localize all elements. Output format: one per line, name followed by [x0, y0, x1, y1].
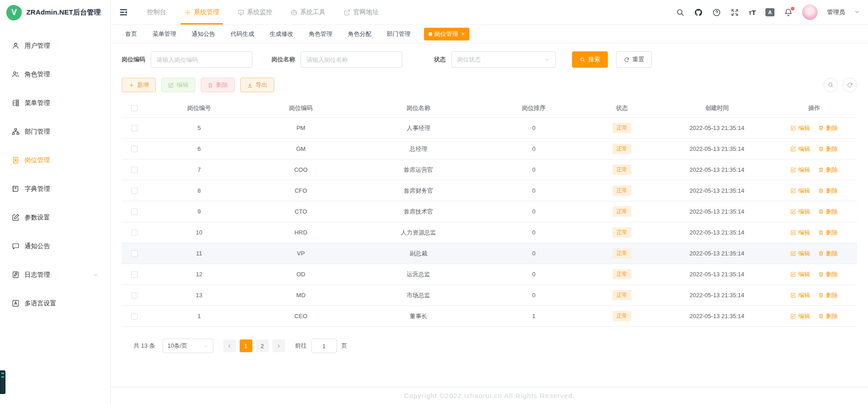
topnav-system-management[interactable]: 系统管理	[177, 0, 227, 25]
notification-bell-icon[interactable]	[784, 8, 793, 17]
row-edit-link[interactable]: 编辑	[790, 166, 810, 174]
search-button[interactable]: 搜索	[572, 51, 608, 68]
reset-button[interactable]: 重置	[616, 51, 652, 68]
view-tab[interactable]: 代码生成	[229, 28, 256, 40]
view-tab[interactable]: 岗位管理 ×	[424, 28, 469, 40]
next-page-button[interactable]	[272, 339, 285, 352]
row-edit-link[interactable]: 编辑	[790, 229, 810, 237]
user-name[interactable]: 管理员	[827, 8, 845, 16]
row-edit-link[interactable]: 编辑	[790, 291, 810, 299]
table-header-row: 岗位编号 岗位编码 岗位名称 岗位排序 状态 创建时间 操作	[122, 99, 857, 118]
add-button[interactable]: 新增	[122, 78, 156, 92]
row-checkbox[interactable]	[131, 167, 138, 173]
sidebar-item-dictionary[interactable]: 字典管理	[0, 175, 110, 203]
select-all-checkbox[interactable]	[131, 105, 138, 111]
row-checkbox[interactable]	[131, 292, 138, 299]
row-delete-link[interactable]: 删除	[818, 229, 838, 237]
avatar[interactable]	[802, 5, 818, 20]
row-checkbox[interactable]	[131, 250, 138, 257]
table-row[interactable]: 11 VP 副总裁 0 正常 2022-05-13 21:35:14 编辑	[122, 243, 857, 264]
table-row[interactable]: 1 CEO 董事长 1 正常 2022-05-13 21:35:14 编辑	[122, 306, 857, 327]
row-delete-link[interactable]: 删除	[818, 249, 838, 258]
side-widget[interactable]	[0, 370, 5, 394]
show-search-icon[interactable]	[824, 78, 838, 92]
row-edit-link[interactable]: 编辑	[790, 145, 810, 153]
sidebar-item-roles[interactable]: 角色管理	[0, 60, 110, 89]
row-delete-link[interactable]: 删除	[818, 124, 838, 132]
row-checkbox[interactable]	[131, 209, 138, 215]
cell-post-id: 9	[147, 208, 251, 215]
table-row[interactable]: 5 PM 人事经理 0 正常 2022-05-13 21:35:14 编辑	[122, 118, 857, 139]
row-checkbox[interactable]	[131, 229, 138, 236]
table-row[interactable]: 6 GM 总经理 0 正常 2022-05-13 21:35:14 编辑	[122, 139, 857, 160]
topnav-console[interactable]: 控制台	[140, 0, 173, 25]
page-number-button[interactable]: 2	[256, 339, 269, 352]
sidebar-item-logs[interactable]: 日志管理	[0, 260, 110, 289]
post-name-input[interactable]	[301, 51, 402, 68]
row-edit-link[interactable]: 编辑	[790, 249, 810, 258]
sidebar-item-notices[interactable]: 通知公告	[0, 232, 110, 260]
sidebar-item-menus[interactable]: 菜单管理	[0, 89, 110, 117]
goto-page-input[interactable]	[311, 339, 337, 353]
github-icon[interactable]	[694, 8, 703, 17]
row-edit-link[interactable]: 编辑	[790, 187, 810, 195]
row-delete-link[interactable]: 删除	[818, 291, 838, 299]
table-row[interactable]: 9 CTO 首席技术官 0 正常 2022-05-13 21:35:14 编辑	[122, 201, 857, 222]
row-checkbox[interactable]	[131, 188, 138, 194]
refresh-table-icon[interactable]	[843, 78, 857, 92]
row-checkbox[interactable]	[131, 313, 138, 319]
topnav-system-monitor[interactable]: 系统监控	[230, 0, 280, 25]
collapse-sidebar-icon[interactable]	[119, 8, 128, 17]
row-delete-link[interactable]: 删除	[818, 187, 838, 195]
search-icon[interactable]	[676, 8, 685, 17]
view-tab[interactable]: 角色管理	[307, 28, 334, 40]
delete-button[interactable]: 删除	[201, 78, 235, 92]
view-tab[interactable]: 角色分配	[346, 28, 373, 40]
sidebar-item-users[interactable]: 用户管理	[0, 31, 110, 60]
edit-button[interactable]: 编辑	[161, 78, 195, 92]
close-icon[interactable]: ×	[461, 31, 465, 37]
row-delete-link[interactable]: 删除	[818, 270, 838, 279]
fullscreen-icon[interactable]	[730, 8, 739, 17]
row-delete-link[interactable]: 删除	[818, 208, 838, 216]
table-row[interactable]: 7 COO 首席运营官 0 正常 2022-05-13 21:35:14 编辑	[122, 160, 857, 180]
table-row[interactable]: 13 MD 市场总监 0 正常 2022-05-13 21:35:14 编辑	[122, 285, 857, 306]
row-edit-link[interactable]: 编辑	[790, 270, 810, 279]
language-switch-icon[interactable]: A	[765, 8, 774, 16]
view-tab[interactable]: 首页	[123, 28, 139, 40]
page-number-button[interactable]: 1	[240, 339, 252, 352]
user-menu-chevron-icon[interactable]	[854, 8, 860, 16]
help-icon[interactable]	[712, 8, 721, 17]
sidebar-item-posts[interactable]: 岗位管理	[0, 146, 110, 175]
row-delete-label: 删除	[826, 291, 838, 299]
post-code-input[interactable]	[151, 51, 252, 68]
row-delete-link[interactable]: 删除	[818, 145, 838, 153]
page-size-select[interactable]: 10条/页	[163, 339, 213, 353]
view-tab[interactable]: 通知公告	[190, 28, 217, 40]
row-checkbox[interactable]	[131, 271, 138, 278]
sidebar-item-i18n[interactable]: 多语言设置	[0, 289, 110, 318]
status-select[interactable]: 岗位状态	[451, 51, 556, 68]
table-row[interactable]: 10 HRD 人力资源总监 0 正常 2022-05-13 21:35:14 编…	[122, 222, 857, 243]
export-button[interactable]: 导出	[240, 78, 274, 92]
row-edit-link[interactable]: 编辑	[790, 124, 810, 132]
row-checkbox[interactable]	[131, 125, 138, 131]
row-delete-link[interactable]: 删除	[818, 166, 838, 174]
cell-post-sort: 0	[486, 187, 581, 194]
prev-page-button[interactable]	[223, 339, 236, 352]
row-checkbox[interactable]	[131, 146, 138, 152]
table-row[interactable]: 8 CFO 首席财务官 0 正常 2022-05-13 21:35:14 编辑	[122, 180, 857, 201]
row-edit-link[interactable]: 编辑	[790, 208, 810, 216]
view-tab[interactable]: 生成修改	[268, 28, 295, 40]
font-size-icon[interactable]: TT	[749, 9, 756, 16]
sidebar-item-parameters[interactable]: 参数设置	[0, 203, 110, 232]
table-row[interactable]: 12 OD 运营总监 0 正常 2022-05-13 21:35:14 编辑	[122, 264, 857, 285]
sidebar-item-departments[interactable]: 部门管理	[0, 117, 110, 146]
brand[interactable]: V ZRAdmin.NET后台管理	[0, 0, 110, 25]
topnav-official-site[interactable]: 官网地址	[336, 0, 386, 25]
view-tab[interactable]: 菜单管理	[151, 28, 178, 40]
view-tab[interactable]: 部门管理	[385, 28, 412, 40]
row-delete-link[interactable]: 删除	[818, 312, 838, 320]
topnav-system-tools[interactable]: 系统工具	[283, 0, 333, 25]
row-edit-link[interactable]: 编辑	[790, 312, 810, 320]
